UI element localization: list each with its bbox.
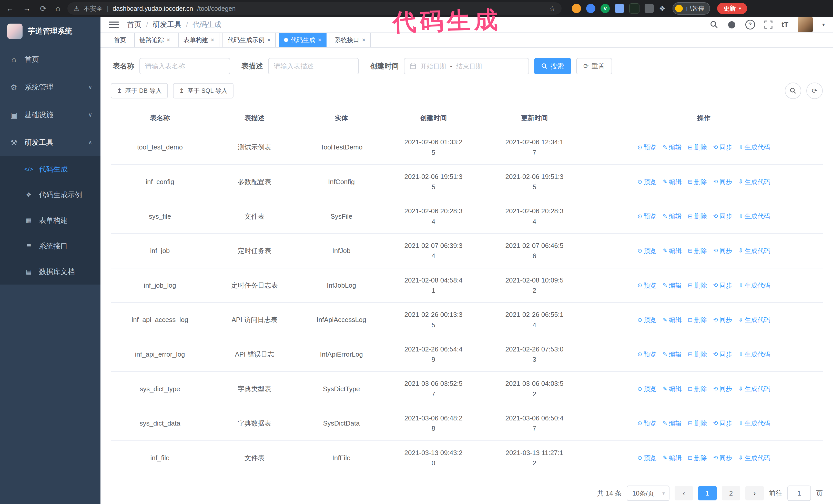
table-desc-input[interactable] — [268, 58, 359, 74]
github-icon[interactable] — [728, 20, 736, 29]
sidebar-item-form-builder[interactable]: ▦ 表单构建 — [0, 208, 100, 233]
date-range-picker[interactable]: 开始日期 - 结束日期 — [404, 58, 529, 74]
tab-codegen[interactable]: 代码生成 × — [279, 33, 327, 47]
close-icon[interactable]: × — [362, 37, 365, 44]
user-menu-caret-icon[interactable]: ▾ — [822, 22, 825, 28]
delete-link[interactable]: ⊟删除 — [688, 246, 707, 256]
hamburger-icon[interactable] — [109, 22, 119, 28]
generate-code-link[interactable]: ⇩生成代码 — [738, 142, 770, 152]
help-icon[interactable]: ? — [745, 20, 755, 29]
edit-link[interactable]: ✎编辑 — [663, 211, 682, 221]
page-button-1[interactable]: 1 — [698, 486, 717, 500]
generate-code-link[interactable]: ⇩生成代码 — [738, 211, 770, 221]
edit-link[interactable]: ✎编辑 — [663, 142, 682, 152]
tab-tracing[interactable]: 链路追踪 × — [134, 33, 175, 47]
profile-paused-badge[interactable]: 已暂停 — [672, 2, 710, 15]
delete-link[interactable]: ⊟删除 — [688, 142, 707, 152]
sidebar-item-system-api[interactable]: ≣ 系统接口 — [0, 233, 100, 259]
back-icon[interactable]: ← — [6, 4, 14, 13]
delete-link[interactable]: ⊟删除 — [688, 453, 707, 463]
sync-link[interactable]: ⟲同步 — [713, 211, 732, 221]
edit-link[interactable]: ✎编辑 — [663, 177, 682, 187]
page-button-2[interactable]: 2 — [722, 486, 740, 500]
bookmark-star-icon[interactable]: ☆ — [549, 4, 555, 13]
sync-link[interactable]: ⟲同步 — [713, 142, 732, 152]
tab-home[interactable]: 首页 — [109, 33, 131, 47]
prev-page-button[interactable]: ‹ — [674, 486, 693, 500]
tab-system-api[interactable]: 系统接口 × — [330, 33, 371, 47]
table-name-input[interactable] — [139, 58, 230, 74]
delete-link[interactable]: ⊟删除 — [688, 177, 707, 187]
preview-link[interactable]: ⊙预览 — [638, 315, 657, 325]
extension-leaf-icon[interactable] — [629, 3, 640, 14]
preview-link[interactable]: ⊙预览 — [638, 142, 657, 152]
sidebar-item-codegen-example[interactable]: ❖ 代码生成示例 — [0, 182, 100, 208]
browser-update-button[interactable]: 更新 ▾ — [717, 3, 747, 14]
next-page-button[interactable]: › — [745, 486, 764, 500]
breadcrumb-item-home[interactable]: 首页 — [127, 20, 142, 29]
sync-link[interactable]: ⟲同步 — [713, 177, 732, 187]
sync-link[interactable]: ⟲同步 — [713, 453, 732, 463]
sync-link[interactable]: ⟲同步 — [713, 315, 732, 325]
edit-link[interactable]: ✎编辑 — [663, 281, 682, 290]
delete-link[interactable]: ⊟删除 — [688, 418, 707, 428]
tab-codegen-example[interactable]: 代码生成示例 × — [222, 33, 276, 47]
search-button[interactable]: 搜索 — [534, 58, 571, 74]
preview-link[interactable]: ⊙预览 — [638, 418, 657, 428]
logo[interactable]: 芋道管理系统 — [0, 17, 100, 46]
preview-link[interactable]: ⊙预览 — [638, 350, 657, 359]
preview-link[interactable]: ⊙预览 — [638, 453, 657, 463]
delete-link[interactable]: ⊟删除 — [688, 281, 707, 290]
close-icon[interactable]: × — [318, 37, 322, 44]
extension-orange-icon[interactable] — [572, 4, 581, 13]
delete-link[interactable]: ⊟删除 — [688, 211, 707, 221]
breadcrumb-item-devtools[interactable]: 研发工具 — [153, 20, 182, 29]
preview-link[interactable]: ⊙预览 — [638, 281, 657, 290]
page-size-select[interactable]: 10条/页 ▾ — [627, 485, 669, 501]
extensions-puzzle-icon[interactable]: ❖ — [659, 4, 665, 13]
sync-link[interactable]: ⟲同步 — [713, 418, 732, 428]
home-icon[interactable]: ⌂ — [56, 4, 60, 13]
edit-link[interactable]: ✎编辑 — [663, 384, 682, 394]
sidebar-item-system[interactable]: ⚙ 系统管理 ∨ — [0, 73, 100, 101]
edit-link[interactable]: ✎编辑 — [663, 315, 682, 325]
sync-link[interactable]: ⟲同步 — [713, 281, 732, 290]
search-icon[interactable] — [710, 21, 718, 29]
edit-link[interactable]: ✎编辑 — [663, 418, 682, 428]
edit-link[interactable]: ✎编辑 — [663, 350, 682, 359]
import-db-button[interactable]: ↥ 基于 DB 导入 — [111, 83, 168, 98]
user-avatar[interactable] — [798, 17, 813, 32]
generate-code-link[interactable]: ⇩生成代码 — [738, 384, 770, 394]
close-icon[interactable]: × — [211, 37, 214, 44]
sync-link[interactable]: ⟲同步 — [713, 350, 732, 359]
sync-link[interactable]: ⟲同步 — [713, 384, 732, 394]
reload-icon[interactable]: ⟳ — [40, 4, 46, 13]
font-size-icon[interactable]: tT — [782, 21, 788, 29]
close-icon[interactable]: × — [267, 37, 271, 44]
sync-link[interactable]: ⟲同步 — [713, 246, 732, 256]
sidebar-item-db-doc[interactable]: ▤ 数据库文档 — [0, 259, 100, 285]
toggle-search-button[interactable] — [785, 82, 801, 99]
generate-code-link[interactable]: ⇩生成代码 — [738, 453, 770, 463]
close-icon[interactable]: × — [167, 37, 170, 44]
edit-link[interactable]: ✎编辑 — [663, 453, 682, 463]
tab-form-builder[interactable]: 表单构建 × — [178, 33, 219, 47]
generate-code-link[interactable]: ⇩生成代码 — [738, 418, 770, 428]
delete-link[interactable]: ⊟删除 — [688, 315, 707, 325]
delete-link[interactable]: ⊟删除 — [688, 350, 707, 359]
generate-code-link[interactable]: ⇩生成代码 — [738, 246, 770, 256]
forward-icon[interactable]: → — [23, 4, 31, 13]
preview-link[interactable]: ⊙预览 — [638, 177, 657, 187]
preview-link[interactable]: ⊙预览 — [638, 384, 657, 394]
extension-gray-icon[interactable] — [645, 4, 654, 13]
reset-button[interactable]: ⟳ 重置 — [576, 58, 612, 74]
edit-link[interactable]: ✎编辑 — [663, 246, 682, 256]
import-sql-button[interactable]: ↥ 基于 SQL 导入 — [173, 83, 234, 98]
delete-link[interactable]: ⊟删除 — [688, 384, 707, 394]
goto-page-input[interactable] — [787, 485, 811, 501]
extension-blue-icon[interactable] — [586, 4, 595, 13]
sidebar-item-infra[interactable]: ▣ 基础设施 ∨ — [0, 101, 100, 129]
extension-green-icon[interactable]: V — [600, 4, 610, 13]
generate-code-link[interactable]: ⇩生成代码 — [738, 350, 770, 359]
sidebar-item-home[interactable]: ⌂ 首页 — [0, 46, 100, 73]
